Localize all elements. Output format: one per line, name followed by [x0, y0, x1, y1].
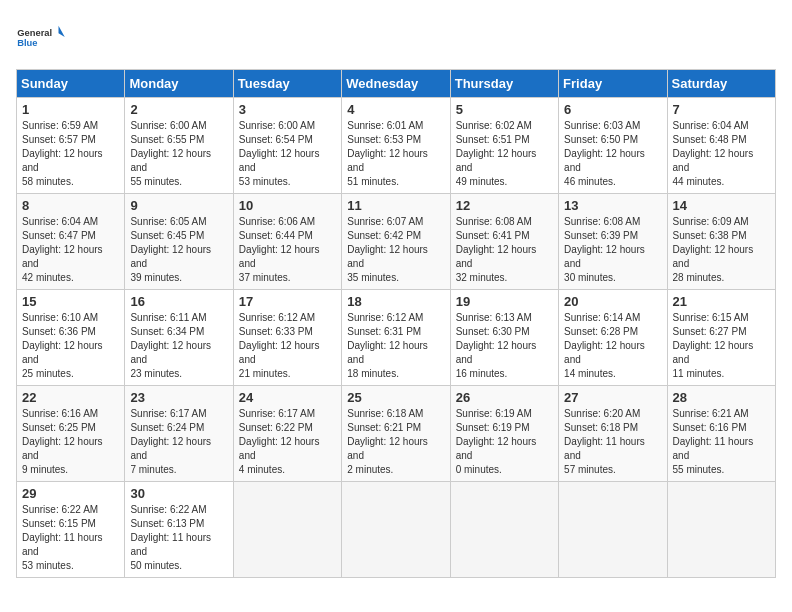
calendar-cell: 27 Sunrise: 6:20 AMSunset: 6:18 PMDaylig…	[559, 386, 667, 482]
calendar-cell: 24 Sunrise: 6:17 AMSunset: 6:22 PMDaylig…	[233, 386, 341, 482]
svg-marker-2	[59, 26, 65, 37]
day-number: 14	[673, 198, 770, 213]
calendar-cell: 7 Sunrise: 6:04 AMSunset: 6:48 PMDayligh…	[667, 98, 775, 194]
day-number: 25	[347, 390, 444, 405]
day-info: Sunrise: 6:08 AMSunset: 6:39 PMDaylight:…	[564, 215, 661, 285]
calendar-cell: 21 Sunrise: 6:15 AMSunset: 6:27 PMDaylig…	[667, 290, 775, 386]
calendar-cell: 13 Sunrise: 6:08 AMSunset: 6:39 PMDaylig…	[559, 194, 667, 290]
col-header-thursday: Thursday	[450, 70, 558, 98]
header-row: SundayMondayTuesdayWednesdayThursdayFrid…	[17, 70, 776, 98]
col-header-saturday: Saturday	[667, 70, 775, 98]
calendar-cell	[342, 482, 450, 578]
day-info: Sunrise: 6:12 AMSunset: 6:31 PMDaylight:…	[347, 311, 444, 381]
day-number: 10	[239, 198, 336, 213]
day-number: 5	[456, 102, 553, 117]
week-row-3: 15 Sunrise: 6:10 AMSunset: 6:36 PMDaylig…	[17, 290, 776, 386]
day-info: Sunrise: 6:18 AMSunset: 6:21 PMDaylight:…	[347, 407, 444, 477]
day-number: 29	[22, 486, 119, 501]
day-number: 11	[347, 198, 444, 213]
day-number: 24	[239, 390, 336, 405]
logo: General Blue	[16, 16, 66, 61]
day-info: Sunrise: 6:11 AMSunset: 6:34 PMDaylight:…	[130, 311, 227, 381]
day-info: Sunrise: 6:04 AMSunset: 6:47 PMDaylight:…	[22, 215, 119, 285]
day-number: 23	[130, 390, 227, 405]
day-info: Sunrise: 6:15 AMSunset: 6:27 PMDaylight:…	[673, 311, 770, 381]
day-number: 12	[456, 198, 553, 213]
calendar-cell: 16 Sunrise: 6:11 AMSunset: 6:34 PMDaylig…	[125, 290, 233, 386]
day-number: 7	[673, 102, 770, 117]
day-number: 2	[130, 102, 227, 117]
calendar-cell: 4 Sunrise: 6:01 AMSunset: 6:53 PMDayligh…	[342, 98, 450, 194]
day-info: Sunrise: 6:20 AMSunset: 6:18 PMDaylight:…	[564, 407, 661, 477]
day-number: 17	[239, 294, 336, 309]
calendar-cell: 18 Sunrise: 6:12 AMSunset: 6:31 PMDaylig…	[342, 290, 450, 386]
calendar-cell: 8 Sunrise: 6:04 AMSunset: 6:47 PMDayligh…	[17, 194, 125, 290]
calendar-cell	[233, 482, 341, 578]
logo-svg: General Blue	[16, 16, 66, 61]
day-number: 15	[22, 294, 119, 309]
calendar-cell: 14 Sunrise: 6:09 AMSunset: 6:38 PMDaylig…	[667, 194, 775, 290]
col-header-wednesday: Wednesday	[342, 70, 450, 98]
calendar-cell: 10 Sunrise: 6:06 AMSunset: 6:44 PMDaylig…	[233, 194, 341, 290]
day-info: Sunrise: 6:21 AMSunset: 6:16 PMDaylight:…	[673, 407, 770, 477]
day-number: 16	[130, 294, 227, 309]
calendar-cell: 9 Sunrise: 6:05 AMSunset: 6:45 PMDayligh…	[125, 194, 233, 290]
day-number: 26	[456, 390, 553, 405]
day-number: 27	[564, 390, 661, 405]
week-row-4: 22 Sunrise: 6:16 AMSunset: 6:25 PMDaylig…	[17, 386, 776, 482]
svg-text:General: General	[17, 28, 52, 38]
day-info: Sunrise: 6:13 AMSunset: 6:30 PMDaylight:…	[456, 311, 553, 381]
day-info: Sunrise: 6:00 AMSunset: 6:55 PMDaylight:…	[130, 119, 227, 189]
week-row-5: 29 Sunrise: 6:22 AMSunset: 6:15 PMDaylig…	[17, 482, 776, 578]
svg-text:Blue: Blue	[17, 38, 37, 48]
day-number: 20	[564, 294, 661, 309]
calendar-cell: 26 Sunrise: 6:19 AMSunset: 6:19 PMDaylig…	[450, 386, 558, 482]
calendar-cell: 2 Sunrise: 6:00 AMSunset: 6:55 PMDayligh…	[125, 98, 233, 194]
day-info: Sunrise: 6:22 AMSunset: 6:15 PMDaylight:…	[22, 503, 119, 573]
day-number: 13	[564, 198, 661, 213]
calendar-cell: 11 Sunrise: 6:07 AMSunset: 6:42 PMDaylig…	[342, 194, 450, 290]
col-header-sunday: Sunday	[17, 70, 125, 98]
day-number: 4	[347, 102, 444, 117]
calendar-cell	[450, 482, 558, 578]
calendar-cell: 25 Sunrise: 6:18 AMSunset: 6:21 PMDaylig…	[342, 386, 450, 482]
day-info: Sunrise: 6:08 AMSunset: 6:41 PMDaylight:…	[456, 215, 553, 285]
calendar-cell: 12 Sunrise: 6:08 AMSunset: 6:41 PMDaylig…	[450, 194, 558, 290]
day-info: Sunrise: 6:07 AMSunset: 6:42 PMDaylight:…	[347, 215, 444, 285]
day-number: 30	[130, 486, 227, 501]
week-row-1: 1 Sunrise: 6:59 AMSunset: 6:57 PMDayligh…	[17, 98, 776, 194]
calendar-cell: 15 Sunrise: 6:10 AMSunset: 6:36 PMDaylig…	[17, 290, 125, 386]
day-info: Sunrise: 6:16 AMSunset: 6:25 PMDaylight:…	[22, 407, 119, 477]
calendar-cell: 20 Sunrise: 6:14 AMSunset: 6:28 PMDaylig…	[559, 290, 667, 386]
calendar-cell: 5 Sunrise: 6:02 AMSunset: 6:51 PMDayligh…	[450, 98, 558, 194]
day-number: 28	[673, 390, 770, 405]
calendar-cell: 1 Sunrise: 6:59 AMSunset: 6:57 PMDayligh…	[17, 98, 125, 194]
calendar-cell: 30 Sunrise: 6:22 AMSunset: 6:13 PMDaylig…	[125, 482, 233, 578]
calendar-cell: 28 Sunrise: 6:21 AMSunset: 6:16 PMDaylig…	[667, 386, 775, 482]
day-info: Sunrise: 6:00 AMSunset: 6:54 PMDaylight:…	[239, 119, 336, 189]
col-header-monday: Monday	[125, 70, 233, 98]
day-info: Sunrise: 6:12 AMSunset: 6:33 PMDaylight:…	[239, 311, 336, 381]
calendar-cell: 6 Sunrise: 6:03 AMSunset: 6:50 PMDayligh…	[559, 98, 667, 194]
calendar-table: SundayMondayTuesdayWednesdayThursdayFrid…	[16, 69, 776, 578]
day-number: 22	[22, 390, 119, 405]
day-info: Sunrise: 6:10 AMSunset: 6:36 PMDaylight:…	[22, 311, 119, 381]
day-number: 18	[347, 294, 444, 309]
calendar-cell: 17 Sunrise: 6:12 AMSunset: 6:33 PMDaylig…	[233, 290, 341, 386]
day-info: Sunrise: 6:17 AMSunset: 6:24 PMDaylight:…	[130, 407, 227, 477]
col-header-tuesday: Tuesday	[233, 70, 341, 98]
calendar-cell: 23 Sunrise: 6:17 AMSunset: 6:24 PMDaylig…	[125, 386, 233, 482]
day-info: Sunrise: 6:02 AMSunset: 6:51 PMDaylight:…	[456, 119, 553, 189]
day-info: Sunrise: 6:03 AMSunset: 6:50 PMDaylight:…	[564, 119, 661, 189]
calendar-cell: 3 Sunrise: 6:00 AMSunset: 6:54 PMDayligh…	[233, 98, 341, 194]
day-number: 19	[456, 294, 553, 309]
day-info: Sunrise: 6:09 AMSunset: 6:38 PMDaylight:…	[673, 215, 770, 285]
day-number: 3	[239, 102, 336, 117]
day-info: Sunrise: 6:06 AMSunset: 6:44 PMDaylight:…	[239, 215, 336, 285]
page-header: General Blue	[16, 16, 776, 61]
day-number: 8	[22, 198, 119, 213]
calendar-cell	[559, 482, 667, 578]
day-number: 9	[130, 198, 227, 213]
calendar-cell: 29 Sunrise: 6:22 AMSunset: 6:15 PMDaylig…	[17, 482, 125, 578]
day-number: 6	[564, 102, 661, 117]
